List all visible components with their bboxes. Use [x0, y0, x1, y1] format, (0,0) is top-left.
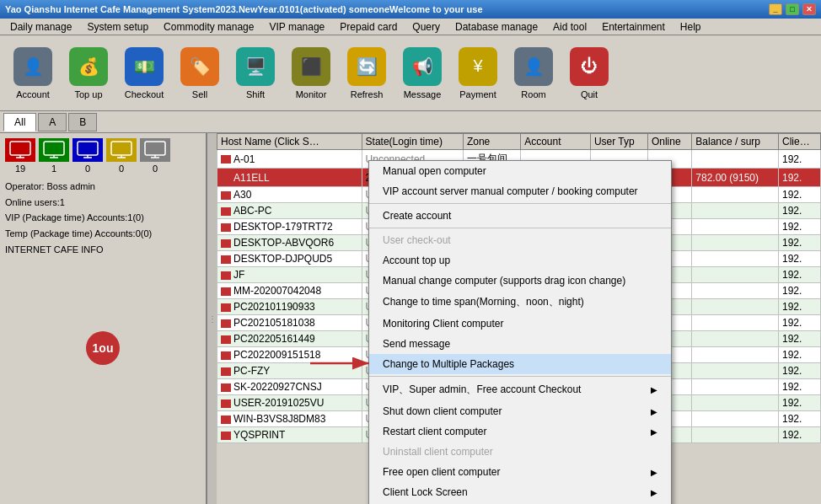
left-info: Operator: Boss adminOnline users:1VIP (P…	[5, 179, 201, 257]
menu-item-help[interactable]: Help	[673, 19, 708, 35]
status-tabs: AllAB	[0, 113, 207, 131]
toolbar-btn-shift[interactable]: 🖥️Shift	[229, 40, 282, 107]
host-icon	[221, 287, 231, 296]
host-icon	[221, 383, 231, 392]
table-cell: 192.	[779, 267, 821, 283]
context-menu-item[interactable]: Create account	[369, 206, 671, 226]
menu-item-daily-manage[interactable]: Daily manage	[3, 19, 78, 35]
table-cell	[692, 395, 779, 411]
context-menu-item[interactable]: VIP account server manual computer / boo…	[369, 181, 671, 201]
context-menu-item[interactable]: Shut down client computer▶	[369, 401, 671, 421]
table-cell: 192.	[779, 251, 821, 267]
host-icon	[221, 191, 231, 200]
context-menu-item[interactable]: Client Lock Screen▶	[369, 482, 671, 502]
table-cell: 192.	[779, 219, 821, 235]
status-count-4: 0	[153, 164, 158, 174]
host-icon	[221, 174, 231, 182]
host-icon	[221, 416, 231, 424]
menu-item-prepaid-card[interactable]: Prepaid card	[333, 19, 404, 35]
menu-item-database-manage[interactable]: Database manage	[448, 19, 545, 35]
host-icon	[221, 271, 231, 280]
floor-badge: 1ou	[86, 331, 120, 365]
table-header[interactable]: Account	[521, 134, 591, 150]
table-cell: 192.	[779, 347, 821, 363]
toolbar-btn-checkout[interactable]: 💵Checkout	[118, 40, 170, 107]
status-block-0: 19	[5, 138, 35, 174]
table-cell	[692, 347, 779, 363]
table-header[interactable]: Host Name (Click S…	[217, 134, 362, 150]
context-menu-item[interactable]: Manual change computer (supports drag ic…	[369, 271, 671, 291]
table-cell	[692, 235, 779, 251]
monitor-label: Monitor	[296, 89, 327, 99]
toolbar-btn-quit[interactable]: ⏻Quit	[563, 40, 615, 107]
menu-item-commodity-manage[interactable]: Commodity manage	[157, 19, 260, 35]
table-cell: DESKTOP-179TRT72	[217, 219, 362, 235]
toolbar-btn-monitor[interactable]: ⬛Monitor	[285, 40, 337, 107]
table-header[interactable]: Zone	[463, 134, 520, 150]
table-header[interactable]: State(Login time)	[362, 134, 463, 150]
toolbar-btn-top-up[interactable]: 💰Top up	[62, 40, 115, 107]
context-menu-item[interactable]: VIP、Super admin、Free account Checkout▶	[369, 378, 671, 401]
toolbar-btn-payment[interactable]: ¥Payment	[452, 40, 504, 107]
context-menu-item[interactable]: Change to Multiple Packages	[369, 354, 671, 374]
table-cell: 192.	[779, 150, 821, 169]
host-icon	[221, 432, 231, 440]
toolbar-btn-account[interactable]: 👤Account	[7, 40, 59, 107]
context-menu-item[interactable]: Change to time span(Morning、noon、night)	[369, 291, 671, 314]
toolbar-btn-refresh[interactable]: 🔄Refresh	[341, 40, 393, 107]
maximize-button[interactable]: □	[786, 3, 799, 15]
host-icon	[221, 319, 231, 328]
host-icon	[221, 207, 231, 216]
toolbar-btn-message[interactable]: 📢Message	[396, 40, 448, 107]
sell-icon: 🏷️	[180, 47, 219, 86]
table-cell	[692, 267, 779, 283]
context-menu-item[interactable]: Monitoring Client computer	[369, 314, 671, 334]
context-menu-item[interactable]: Free open client computer▶	[369, 462, 671, 482]
left-panel: 191000 Operator: Boss adminOnline users:…	[0, 133, 207, 504]
table-header[interactable]: Clie…	[779, 134, 821, 150]
context-menu-item[interactable]: Manual open computer	[369, 161, 671, 181]
submenu-arrow-icon: ▶	[651, 468, 657, 477]
status-count-2: 0	[85, 164, 90, 174]
menu-item-vip-manage[interactable]: VIP manage	[262, 19, 331, 35]
context-menu-item[interactable]: Account top up	[369, 250, 671, 271]
checkout-icon: 💵	[125, 47, 164, 86]
submenu-arrow-icon: ▶	[651, 407, 657, 416]
status-block-3: 0	[106, 138, 137, 174]
content-area: Host Name (Click S…State(Login time)Zone…	[217, 133, 821, 504]
context-menu-item[interactable]: Restart client computer▶	[369, 421, 671, 442]
tab-a[interactable]: A	[38, 113, 67, 131]
tab-all[interactable]: All	[3, 113, 36, 131]
toolbar-btn-sell[interactable]: 🏷️Sell	[174, 40, 226, 107]
table-cell: 192.	[779, 187, 821, 203]
table-cell: PC-FZY	[217, 363, 362, 379]
room-label: Room	[521, 89, 545, 99]
minimize-button[interactable]: _	[769, 3, 782, 15]
main-area: 191000 Operator: Boss adminOnline users:…	[0, 133, 821, 504]
submenu-arrow-icon: ▶	[651, 427, 657, 437]
status-block-4: 0	[140, 138, 170, 174]
table-cell: WIN-B3VS8J8DM83	[217, 411, 362, 427]
menu-item-entertainment[interactable]: Entertainment	[595, 19, 672, 35]
table-cell: YQSPRINT	[217, 427, 362, 443]
menu-item-query[interactable]: Query	[405, 19, 447, 35]
table-cell: A-01	[217, 150, 362, 169]
menu-item-system-setup[interactable]: System setup	[80, 19, 155, 35]
status-block-2: 0	[72, 138, 103, 174]
table-wrapper[interactable]: Host Name (Click S…State(Login time)Zone…	[217, 133, 821, 504]
close-button[interactable]: ✕	[802, 3, 816, 15]
table-header[interactable]: User Typ	[590, 134, 647, 150]
menu-item-aid-tool[interactable]: Aid tool	[546, 19, 593, 35]
status-count-3: 0	[119, 164, 124, 174]
panel-divider[interactable]: ⋮	[207, 133, 217, 504]
tab-b[interactable]: B	[68, 113, 97, 131]
table-cell: 192.	[779, 169, 821, 187]
host-icon	[221, 155, 231, 164]
title-text: Yao Qianshu Internet Cafe Management Sys…	[5, 4, 483, 14]
context-menu-item[interactable]: Send message	[369, 334, 671, 354]
table-header[interactable]: Online	[647, 134, 691, 150]
shift-icon: 🖥️	[236, 47, 275, 86]
toolbar-btn-room[interactable]: 👤Room	[507, 40, 560, 107]
host-icon	[221, 303, 231, 312]
table-header[interactable]: Balance / surp	[692, 134, 779, 150]
